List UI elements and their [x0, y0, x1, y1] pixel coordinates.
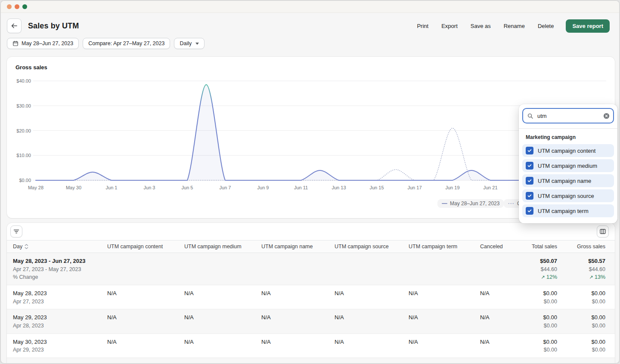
cell-medium: N/A — [184, 309, 261, 325]
cell-medium: N/A — [184, 285, 261, 301]
cell-day: May 29, 2023Apr 28, 2023 — [13, 309, 107, 333]
field-picker-panel: Marketing campaign UTM campaign contentU… — [519, 104, 617, 223]
x-axis-label: Jun 7 — [211, 185, 239, 190]
x-axis-label: Jun 17 — [401, 185, 428, 190]
checkbox-checked[interactable] — [526, 147, 533, 154]
column-header-canceled[interactable]: Canceled — [480, 241, 522, 253]
x-axis-label: Jun 11 — [287, 185, 315, 190]
table-row: May 28, 2023Apr 27, 2023N/AN/AN/AN/AN/AN… — [7, 285, 615, 309]
columns-icon — [599, 228, 606, 235]
column-header-total-sales[interactable]: Total sales — [522, 241, 557, 253]
search-box[interactable] — [522, 108, 614, 123]
table-toolbar — [7, 223, 615, 240]
x-axis-label: Jun 9 — [249, 185, 277, 190]
search-input[interactable] — [536, 112, 600, 120]
compare-filter[interactable]: Compare: Apr 27–May 27, 2023 — [83, 38, 170, 49]
back-button[interactable] — [7, 19, 22, 33]
y-axis-label: $30.00 — [11, 103, 31, 108]
column-header-day[interactable]: Day — [13, 241, 107, 253]
cell-day: May 31, 2023Apr 30, 2023 — [13, 358, 107, 364]
clear-search-button[interactable] — [603, 113, 610, 119]
field-option-utm-campaign-term[interactable]: UTM campaign term — [522, 204, 614, 217]
cell-day: May 28, 2023Apr 27, 2023 — [13, 285, 107, 309]
column-header-utm-campaign-source[interactable]: UTM campaign source — [335, 241, 409, 253]
granularity-label: Daily — [180, 40, 192, 46]
cell-name: N/A — [261, 309, 335, 325]
cell-source: N/A — [335, 285, 409, 301]
x-axis-label: Jun 5 — [174, 185, 201, 190]
filter-bar: May 28–Jun 27, 2023 Compare: Apr 27–May … — [1, 37, 619, 54]
date-range-filter[interactable]: May 28–Jun 27, 2023 — [7, 38, 79, 49]
cell-content: N/A — [107, 309, 184, 325]
checkbox-checked[interactable] — [526, 207, 533, 215]
page-title: Sales by UTM — [28, 22, 79, 31]
cell-total-sales: $0.00$0.00 — [522, 334, 557, 358]
field-option-label: UTM campaign name — [538, 178, 591, 184]
legend-current-period: May 28–Jun 27, 2023 — [437, 199, 504, 208]
filter-icon — [13, 228, 20, 235]
window-minimize-button[interactable] — [15, 4, 19, 9]
x-axis-label: Jun 1 — [98, 185, 125, 190]
cell-name: N/A — [261, 285, 335, 301]
column-header-utm-campaign-name[interactable]: UTM campaign name — [261, 241, 335, 253]
cell-name: N/A — [261, 358, 335, 364]
trend-up-icon: ↗ — [541, 275, 545, 280]
search-icon — [527, 113, 533, 119]
print-button[interactable]: Print — [417, 23, 428, 29]
cell-content: N/A — [107, 358, 184, 364]
filter-button[interactable] — [10, 225, 22, 238]
checkbox-checked[interactable] — [526, 162, 533, 170]
cell-canceled: NoNo — [480, 358, 522, 364]
field-option-label: UTM campaign source — [538, 193, 594, 199]
cell-total-sales: $0.00$0.00 — [522, 285, 557, 309]
y-axis-label: $0.00 — [11, 178, 31, 183]
delete-button[interactable]: Delete — [538, 23, 554, 29]
export-button[interactable]: Export — [441, 23, 458, 29]
rename-button[interactable]: Rename — [504, 23, 525, 29]
table-row: May 29, 2023Apr 28, 2023N/AN/AN/AN/AN/AN… — [7, 309, 615, 333]
solid-line-swatch-icon — [442, 203, 447, 204]
cell-source: N/A — [335, 309, 409, 325]
cell-medium: N/A — [184, 334, 261, 350]
table-header-row: DayUTM campaign contentUTM campaign medi… — [7, 240, 615, 253]
utm-report-table-card: DayUTM campaign contentUTM campaign medi… — [7, 223, 615, 364]
cell-content: N/A — [107, 285, 184, 301]
cell-term: N/A — [409, 309, 480, 325]
window-close-button[interactable] — [7, 4, 12, 9]
compare-label: Compare: Apr 27–May 27, 2023 — [88, 40, 164, 46]
checkbox-checked[interactable] — [526, 177, 533, 185]
save-report-button[interactable]: Save report — [566, 19, 610, 33]
edit-columns-button[interactable] — [597, 225, 609, 238]
field-options-list: UTM campaign contentUTM campaign mediumU… — [519, 144, 617, 217]
cell-gross-sales: $3.30$0.00 — [557, 358, 605, 364]
y-axis-label: $20.00 — [11, 128, 31, 133]
cell-term: N/A — [409, 334, 480, 350]
field-option-utm-campaign-content[interactable]: UTM campaign content — [522, 144, 614, 157]
column-header-utm-campaign-medium[interactable]: UTM campaign medium — [184, 241, 261, 253]
window-zoom-button[interactable] — [22, 4, 27, 9]
granularity-filter[interactable]: Daily — [174, 38, 205, 49]
column-header-utm-campaign-content[interactable]: UTM campaign content — [107, 241, 184, 253]
cell-day: May 30, 2023Apr 29, 2023 — [13, 334, 107, 358]
y-axis-label: $10.00 — [11, 153, 31, 158]
column-header-utm-campaign-term[interactable]: UTM campaign term — [409, 241, 480, 253]
check-icon — [527, 163, 532, 168]
cell-canceled: N/A — [480, 334, 522, 350]
column-header-gross-sales[interactable]: Gross sales — [557, 241, 605, 253]
summary-row: May 28, 2023 - Jun 27, 2023Apr 27, 2023 … — [7, 253, 615, 285]
cell-source: N/A — [335, 358, 409, 364]
legend-current-label: May 28–Jun 27, 2023 — [450, 201, 499, 207]
trend-up-icon: ↗ — [589, 275, 593, 280]
check-icon — [527, 178, 532, 183]
field-picker-section-label: Marketing campaign — [526, 134, 611, 140]
back-arrow-icon — [11, 22, 18, 29]
cell-total-sales: $0.00$0.00 — [522, 309, 557, 333]
field-option-utm-campaign-source[interactable]: UTM campaign source — [522, 189, 614, 202]
x-axis-label: May 30 — [60, 185, 87, 190]
cell-total-sales: $3.30$0.00 — [522, 358, 557, 364]
summary-period: May 28, 2023 - Jun 27, 2023Apr 27, 2023 … — [13, 253, 107, 285]
field-option-utm-campaign-name[interactable]: UTM campaign name — [522, 174, 614, 187]
field-option-utm-campaign-medium[interactable]: UTM campaign medium — [522, 159, 614, 172]
save-as-button[interactable]: Save as — [471, 23, 491, 29]
checkbox-checked[interactable] — [526, 192, 533, 200]
